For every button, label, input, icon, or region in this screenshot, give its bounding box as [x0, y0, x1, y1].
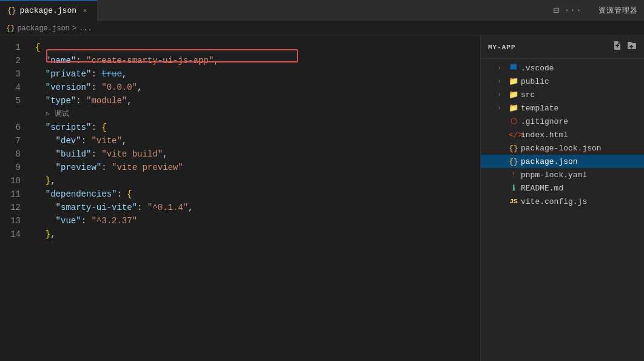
breadcrumb-path: ... — [79, 24, 92, 33]
breadcrumb-icon: {} — [6, 24, 15, 33]
chevron-icon: › — [498, 92, 506, 98]
sidebar-root-label: MY-APP — [488, 44, 516, 51]
breadcrumb: {} package.json > ... — [0, 21, 644, 36]
folder-icon: 📁 — [509, 76, 518, 86]
tree-item-index-html[interactable]: › </> index.html — [481, 128, 644, 141]
chevron-icon: › — [498, 65, 506, 72]
readme-label: README.md — [521, 184, 637, 193]
html-icon: </> — [509, 130, 518, 140]
tab-bar: {} package.json × ⊟ ··· 资源管理器 — [0, 0, 644, 21]
code-area[interactable]: { "name": "create-smarty-ui-js-app", "pr… — [30, 36, 480, 361]
json-icon: {} — [509, 144, 518, 153]
sidebar: MY-APP › — [480, 36, 644, 361]
tab-close-button[interactable]: × — [80, 6, 90, 16]
breadcrumb-separator: > — [72, 24, 76, 33]
line-num-8: 8 — [0, 147, 21, 161]
line-numbers: 1 2 3 4 5 · 6 7 8 9 10 11 12 13 14 — [0, 36, 30, 361]
readme-icon: ℹ — [509, 183, 518, 193]
code-line-5: "type": "module", — [35, 94, 480, 107]
tree-item-public[interactable]: › 📁 public — [481, 75, 644, 88]
line-num-9: 9 — [0, 161, 21, 174]
code-line-10: }, — [35, 174, 480, 187]
package-lock-label: package-lock.json — [521, 144, 637, 153]
line-num-7: 7 — [0, 134, 21, 147]
line-num-11: 11 — [0, 187, 21, 201]
new-file-button[interactable] — [612, 41, 622, 53]
line-num-12: 12 — [0, 201, 21, 214]
code-line-1: { — [35, 41, 480, 54]
vscode-label: .vscode — [521, 64, 637, 73]
line-num-14: 14 — [0, 228, 21, 241]
template-label: template — [521, 104, 637, 113]
line-num-2: 2 — [0, 54, 21, 67]
index-html-label: index.html — [521, 130, 637, 140]
code-line-14: }, — [35, 228, 480, 241]
sidebar-header: MY-APP — [481, 36, 644, 59]
code-line-12: "smarty-ui-vite": "^0.1.4", — [35, 201, 480, 214]
debug-line[interactable]: ▷ 调试 — [35, 107, 480, 121]
code-line-4: "version": "0.0.0", — [35, 81, 480, 94]
debug-arrow-icon: ▷ — [46, 107, 50, 121]
editor: 1 2 3 4 5 · 6 7 8 9 10 11 12 13 14 { — [0, 36, 480, 361]
js-icon: JS — [509, 198, 518, 205]
split-editor-button[interactable]: ⊟ — [554, 4, 560, 16]
code-line-7: "dev": "vite", — [35, 134, 480, 147]
code-line-9: "preview": "vite preview" — [35, 161, 480, 174]
json-active-icon: {} — [509, 157, 518, 166]
line-num-3: 3 — [0, 67, 21, 81]
line-num-1: 1 — [0, 41, 21, 54]
yaml-icon: ! — [509, 170, 518, 180]
tree-item-package-json[interactable]: › {} package.json — [481, 155, 644, 168]
public-label: public — [521, 77, 637, 86]
tab-actions: ⊟ ··· 资源管理器 — [547, 4, 644, 16]
line-num-5: 5 — [0, 94, 21, 107]
new-folder-button[interactable] — [627, 41, 637, 53]
folder-icon: 📁 — [509, 103, 518, 113]
code-line-2: "name": "create-smarty-ui-js-app", — [35, 54, 480, 67]
gitignore-label: .gitignore — [521, 117, 637, 126]
tree-item-vite-config[interactable]: › JS vite.config.js — [481, 195, 644, 208]
code-line-6: "scripts": { — [35, 121, 480, 134]
code-line-13: "vue": "^3.2.37" — [35, 214, 480, 228]
sidebar-title-label: 资源管理器 — [598, 5, 638, 16]
tree-item-pnpm-lock[interactable]: › ! pnpm-lock.yaml — [481, 168, 644, 181]
tree-item-src[interactable]: › 📁 src — [481, 88, 644, 101]
main-area: 1 2 3 4 5 · 6 7 8 9 10 11 12 13 14 { — [0, 36, 644, 361]
chevron-icon: › — [498, 105, 506, 112]
tree-item-gitignore[interactable]: › ⬡ .gitignore — [481, 115, 644, 128]
src-label: src — [521, 90, 637, 100]
json-tab-icon: {} — [7, 7, 16, 15]
debug-label: 调试 — [55, 107, 69, 121]
line-num-13: 13 — [0, 214, 21, 228]
active-tab[interactable]: {} package.json × — [0, 0, 98, 21]
pnpm-lock-label: pnpm-lock.yaml — [521, 170, 637, 180]
key-name: "name" — [46, 54, 76, 67]
line-num-10: 10 — [0, 174, 21, 187]
value-name: "create-smarty-ui-js-app" — [86, 54, 214, 67]
vite-config-label: vite.config.js — [521, 197, 637, 206]
folder-icon: 📁 — [509, 90, 518, 100]
tree-item-vscode[interactable]: › .vscode — [481, 61, 644, 75]
file-tree: › .vscode › 📁 public › 📁 src › — [481, 59, 644, 361]
sidebar-header-icons — [612, 41, 637, 53]
breadcrumb-file[interactable]: package.json — [17, 24, 69, 33]
code-line-11: "dependencies": { — [35, 187, 480, 201]
folder-icon — [509, 62, 518, 73]
code-line-3: "private": true, — [35, 67, 480, 81]
tree-item-package-lock[interactable]: › {} package-lock.json — [481, 141, 644, 155]
chevron-icon: › — [498, 78, 506, 85]
package-json-label: package.json — [521, 157, 637, 166]
line-num-4: 4 — [0, 81, 21, 94]
brace-open: { — [35, 41, 40, 54]
tree-item-readme[interactable]: › ℹ README.md — [481, 181, 644, 195]
git-icon: ⬡ — [509, 116, 518, 126]
tab-label: package.json — [19, 6, 76, 15]
more-actions-button[interactable]: ··· — [564, 5, 581, 16]
tree-item-template[interactable]: › 📁 template — [481, 101, 644, 115]
code-line-8: "build": "vite build", — [35, 147, 480, 161]
line-num-6: 6 — [0, 121, 21, 134]
